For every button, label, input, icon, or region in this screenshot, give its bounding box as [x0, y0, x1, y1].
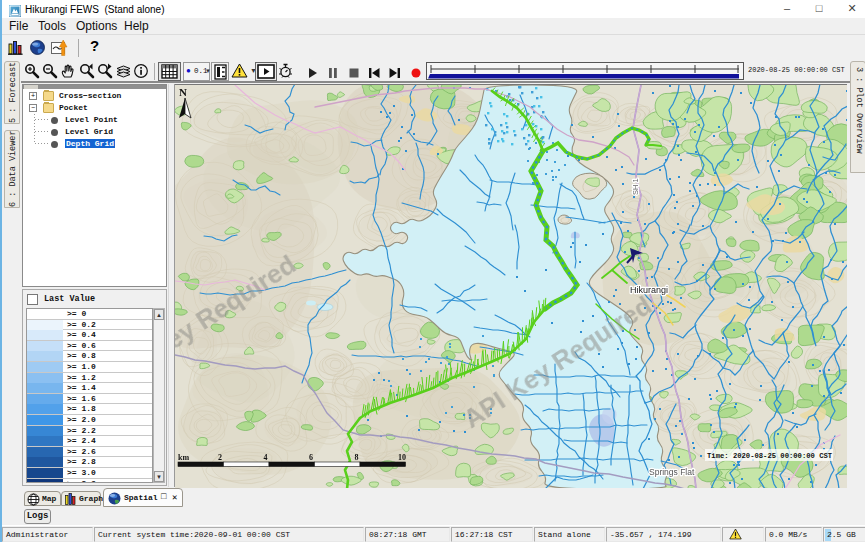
svg-text:Hikurangi: Hikurangi	[630, 285, 668, 295]
svg-text:6: 6	[309, 453, 313, 462]
svg-text:Springs Flat: Springs Flat	[649, 467, 695, 477]
svg-text:4: 4	[264, 453, 268, 462]
svg-text:Time: 2020-08-25 00:00:00 CST: Time: 2020-08-25 00:00:00 CST	[707, 452, 833, 460]
svg-text:km: km	[178, 453, 189, 462]
svg-text:SH 1: SH 1	[631, 178, 640, 195]
svg-text:2: 2	[218, 453, 222, 462]
svg-text:N: N	[179, 86, 187, 98]
svg-text:10: 10	[398, 453, 406, 462]
svg-text:8: 8	[355, 453, 359, 462]
